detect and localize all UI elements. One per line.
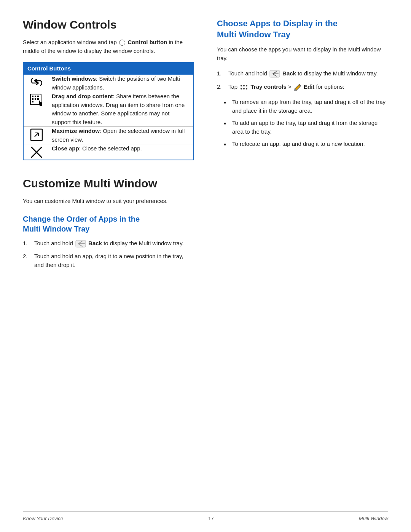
change-order-step-2: 2. Touch and hold an app, drag it to a n… bbox=[23, 252, 194, 269]
control-row-close: Close app: Close the selected app. bbox=[24, 144, 193, 160]
drag-icon bbox=[27, 92, 46, 107]
svg-rect-11 bbox=[76, 240, 86, 247]
change-order-steps: 1. Touch and hold Back to display the Mu… bbox=[23, 239, 194, 270]
switch-text: Switch windows: Switch the positions of … bbox=[52, 75, 190, 92]
choose-apps-intro: You can choose the apps you want to disp… bbox=[217, 45, 388, 62]
footer-right: Multi Window bbox=[359, 516, 388, 521]
customize-title: Customize Multi Window bbox=[23, 177, 194, 190]
window-controls-intro: Select an application window and tap Con… bbox=[23, 38, 194, 55]
drag-text: Drag and drop content: Share items betwe… bbox=[52, 92, 190, 126]
svg-point-14 bbox=[243, 85, 245, 86]
svg-point-17 bbox=[243, 88, 245, 89]
svg-point-15 bbox=[246, 85, 247, 86]
control-buttons-table: Control Buttons S bbox=[23, 62, 194, 160]
maximize-text: Maximize window: Open the selected windo… bbox=[52, 127, 190, 144]
choose-apps-bullets: To remove an app from the tray, tap and … bbox=[224, 98, 388, 150]
page: Window Controls Select an application wi… bbox=[0, 0, 411, 532]
left-column: Window Controls Select an application wi… bbox=[23, 18, 194, 276]
footer-left: Know Your Device bbox=[23, 516, 63, 521]
svg-rect-2 bbox=[35, 96, 36, 97]
bullet-2: To add an app to the tray, tap and drag … bbox=[224, 119, 388, 136]
footer-center: 17 bbox=[208, 516, 213, 521]
change-order-title: Change the Order of Apps in the Multi Wi… bbox=[23, 214, 194, 234]
page-footer: Know Your Device 17 Multi Window bbox=[23, 511, 388, 521]
svg-rect-4 bbox=[32, 98, 33, 100]
bullet-3: To relocate an app, tap and drag it to a… bbox=[224, 140, 388, 150]
svg-point-16 bbox=[241, 88, 242, 89]
switch-icon bbox=[27, 75, 46, 88]
control-row-drag: Drag and drop content: Share items betwe… bbox=[24, 92, 193, 127]
control-row-switch: Switch windows: Switch the positions of … bbox=[24, 75, 193, 92]
control-buttons-header: Control Buttons bbox=[23, 62, 194, 75]
control-buttons-wrapper: Switch windows: Switch the positions of … bbox=[23, 75, 194, 160]
customize-intro: You can customize Multi window to suit y… bbox=[23, 197, 194, 206]
svg-rect-5 bbox=[35, 98, 36, 100]
two-column-layout: Window Controls Select an application wi… bbox=[23, 18, 388, 276]
close-icon bbox=[27, 144, 46, 160]
svg-rect-6 bbox=[37, 98, 39, 100]
close-text: Close app: Close the selected app. bbox=[52, 144, 190, 153]
svg-rect-1 bbox=[32, 96, 33, 97]
maximize-icon bbox=[27, 127, 46, 142]
svg-point-13 bbox=[241, 85, 242, 86]
choose-apps-step-2: 2. Tap Tray controls > bbox=[217, 83, 388, 91]
window-controls-title: Window Controls bbox=[23, 18, 194, 31]
svg-rect-3 bbox=[37, 96, 39, 97]
choose-apps-step-1: 1. Touch and hold Back to display the Mu… bbox=[217, 69, 388, 78]
svg-point-18 bbox=[246, 88, 247, 89]
circle-button-icon bbox=[118, 39, 126, 45]
choose-apps-title: Choose Apps to Display in the Multi Wind… bbox=[217, 18, 388, 40]
right-column: Choose Apps to Display in the Multi Wind… bbox=[217, 18, 388, 276]
change-order-step-1: 1. Touch and hold Back to display the Mu… bbox=[23, 239, 194, 248]
svg-rect-7 bbox=[32, 101, 33, 102]
customize-section: Customize Multi Window You can customize… bbox=[23, 177, 194, 269]
bullet-1: To remove an app from the tray, tap and … bbox=[224, 98, 388, 115]
control-row-maximize: Maximize window: Open the selected windo… bbox=[24, 127, 193, 144]
choose-apps-steps: 1. Touch and hold Back to display the Mu… bbox=[217, 69, 388, 91]
